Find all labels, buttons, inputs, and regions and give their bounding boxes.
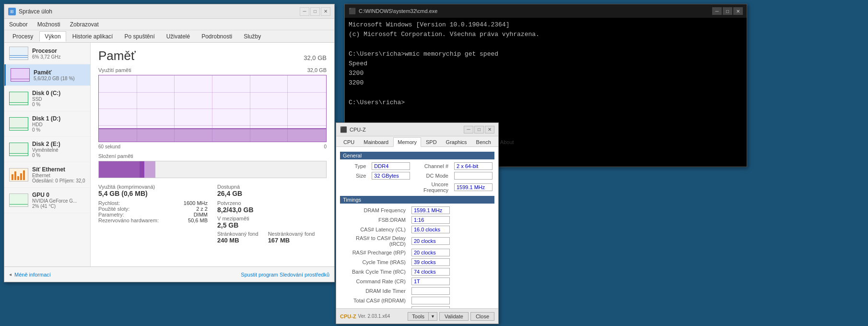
stat-params-value: DIMM <box>194 212 208 217</box>
cas-row: CAS# Latency (CL) 16.0 clocks <box>340 225 494 234</box>
tools-btn-wrapper: Tools ▼ <box>408 312 437 321</box>
tab-vykon[interactable]: Výkon <box>39 31 66 42</box>
menu-zobrazovat[interactable]: Zobrazovat <box>68 20 101 29</box>
menu-moznosti[interactable]: Možnosti <box>35 20 62 29</box>
menu-soubor[interactable]: Soubor <box>7 20 30 29</box>
tm-tabs-bar: Procesy Výkon Historie aplikací Po spušt… <box>4 30 334 43</box>
cpuz-tab-cpu[interactable]: CPU <box>339 137 359 146</box>
total-cas-cell <box>410 296 494 305</box>
gpu-info: GPU 0 NVIDIA GeForce G...2% (41 °C) <box>32 192 85 209</box>
cpuz-tab-graphics[interactable]: Graphics <box>442 137 471 146</box>
stat-hwres-label: Rezervováno hardwarem: <box>98 217 159 223</box>
ras-precharge-label: RAS# Precharge (tRP) <box>340 248 410 257</box>
stat-confirmed-value: 8,2/43,0 GB <box>217 206 327 214</box>
cpuz-tab-mainboard[interactable]: Mainboard <box>359 137 393 146</box>
validate-button[interactable]: Validate <box>439 312 469 321</box>
sidebar-item-disk2[interactable]: Disk 2 (E:) Vyměnitelné0 % <box>4 137 90 162</box>
close-cpuz-button[interactable]: Close <box>470 312 494 321</box>
command-rate-value: 1T <box>411 278 450 285</box>
cycle-time-value: 39 clocks <box>411 258 450 266</box>
close-button[interactable]: ✕ <box>321 7 330 16</box>
cmd-maximize-btn[interactable]: □ <box>723 7 732 15</box>
less-info-link[interactable]: Méně informací <box>14 272 51 278</box>
tab-podrobnosti[interactable]: Podrobnosti <box>196 31 237 41</box>
cpuz-controls: ─ □ ✕ <box>464 126 494 133</box>
timings-section-header: Timings <box>340 196 494 204</box>
channel-value-cell: 2 x 64-bit <box>452 161 494 171</box>
command-rate-label: Command Rate (CR) <box>340 277 410 286</box>
stat-paged-block: Stránkovaný fond 240 MB <box>217 231 258 244</box>
memory-usage-label: Využití paměti <box>98 67 131 73</box>
total-cas-label: Total CAS# (tRDRAM) <box>340 296 410 305</box>
idle-timer-cell <box>410 286 494 296</box>
stat-slots-value: 2 z 2 <box>196 206 208 212</box>
tab-procesy[interactable]: Procesy <box>7 31 38 41</box>
cpuz-title-left: ⬛ CPU-Z <box>340 126 366 133</box>
cmd-line-3: C:\Users\richa>wmic memorychip get speed <box>349 50 743 59</box>
cpuz-body: General Type DDR4 Channel # 2 x 64-bit S… <box>336 147 498 308</box>
cpu-thumb <box>9 47 28 60</box>
cpuz-tab-memory[interactable]: Memory <box>393 137 421 147</box>
disk0-info: Disk 0 (C:) SSD0 % <box>32 90 85 107</box>
uncore-freq-label: Uncore Frequency <box>412 181 452 194</box>
memory-title: Paměť <box>98 48 136 63</box>
minimize-button[interactable]: ─ <box>300 7 309 16</box>
cpuz-footer-right: Tools ▼ Validate Close <box>408 312 494 321</box>
cmd-line-1: (c) Microsoft Corporation. Všechna práva… <box>349 30 743 39</box>
tools-dropdown-arrow[interactable]: ▼ <box>428 312 437 321</box>
type-value-cell: DDR4 <box>370 161 412 171</box>
maximize-button[interactable]: □ <box>310 7 320 16</box>
idle-timer-value <box>411 287 450 295</box>
cpuz-tab-bench[interactable]: Bench <box>472 137 495 146</box>
ras-precharge-row: RAS# Precharge (tRP) 20 clocks <box>340 248 494 257</box>
stat-slots-label: Použité sloty: <box>98 206 129 212</box>
size-row: Size 32 GBytes DC Mode <box>340 171 494 181</box>
tab-uzivatele[interactable]: Uživatelé <box>161 31 195 41</box>
cpuz-maximize-btn[interactable]: □ <box>474 126 484 133</box>
cmd-line-6: 3200 <box>349 79 743 87</box>
disk2-sub: Vyměnitelné0 % <box>32 147 85 158</box>
sidebar-item-cpu[interactable]: Procesor 6% 3,72 GHz <box>4 43 90 64</box>
stat-paged-value: 240 MB <box>217 237 258 244</box>
uncore-freq-cell: 1599.1 MHz <box>452 181 494 194</box>
cpuz-close-btn[interactable]: ✕ <box>485 126 494 133</box>
cpuz-minimize-btn[interactable]: ─ <box>464 126 473 133</box>
sidebar-item-disk1[interactable]: Disk 1 (D:) HDD0 % <box>4 111 90 137</box>
fsb-cell: 1:16 <box>410 215 494 225</box>
cpuz-title-text: CPU-Z <box>350 127 366 133</box>
sidebar-item-disk0[interactable]: Disk 0 (C:) SSD0 % <box>4 86 90 111</box>
tab-historie[interactable]: Historie aplikací <box>67 31 118 41</box>
sidebar-item-network[interactable]: Síť Ethernet EthernetOdesílání: 0 Příjem… <box>4 162 90 188</box>
stat-params-label: Parametry: <box>98 212 124 217</box>
sidebar-item-gpu[interactable]: GPU 0 NVIDIA GeForce G...2% (41 °C) <box>4 188 90 213</box>
task-manager-window: ⊞ Správce úloh ─ □ ✕ Soubor Možnosti Zob… <box>4 4 335 282</box>
stat-speed-label: Rychlost: <box>98 200 120 206</box>
composition-label: Složení paměti <box>98 153 327 159</box>
comp-modified <box>140 161 144 178</box>
cmd-close-btn[interactable]: ✕ <box>733 7 743 15</box>
comp-standby <box>144 161 156 178</box>
tab-spusteni[interactable]: Po spuštění <box>119 31 160 41</box>
cmd-minimize-btn[interactable]: ─ <box>712 7 722 15</box>
bank-cycle-row: Bank Cycle Time (tRC) 74 clocks <box>340 267 494 277</box>
cpuz-tab-spd[interactable]: SPD <box>422 137 441 146</box>
sidebar-item-memory[interactable]: Paměť 5,6/32,0 GB (18 %) <box>4 64 90 86</box>
cmd-line-4: Speed <box>349 60 743 68</box>
cpuz-tab-about[interactable]: About <box>496 137 518 146</box>
memory-graph-fill <box>99 128 326 142</box>
tools-button[interactable]: Tools <box>408 312 428 321</box>
stat-paged-label: Stránkovaný fond <box>217 231 258 237</box>
monitor-link[interactable]: Spustit program Sledování prostředků <box>241 272 329 278</box>
memory-header: Paměť 32,0 GB <box>98 48 327 63</box>
cmd-line-8: C:\Users\richa> <box>349 98 743 107</box>
dcmode-label: DC Mode <box>412 171 452 181</box>
disk1-sub: HDD0 % <box>32 122 85 133</box>
tab-sluzby[interactable]: Služby <box>238 31 266 41</box>
chevron-icon: ◂ <box>9 272 12 277</box>
uncore-empty-cell <box>370 181 412 194</box>
cpuz-logo: CPU-Z <box>340 314 356 319</box>
cpuz-window: ⬛ CPU-Z ─ □ ✕ CPU Mainboard Memory SPD G… <box>336 122 499 324</box>
cmd-icon: ⬛ <box>349 8 356 14</box>
stat-nonpaged-value: 167 MB <box>268 237 315 244</box>
task-manager-icon: ⊞ <box>8 8 16 15</box>
